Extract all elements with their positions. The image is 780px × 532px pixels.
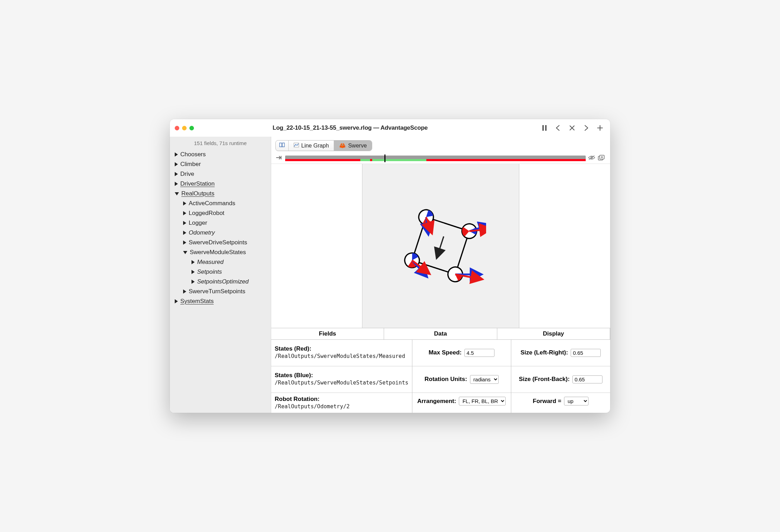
swerve-visualizer — [362, 164, 519, 328]
robot-rot-label: Robot Rotation: — [275, 396, 409, 403]
tree-item-loggedrobot[interactable]: LoggedRobot — [170, 208, 271, 218]
tree-item-activecommands[interactable]: ActiveCommands — [170, 199, 271, 208]
window-close-button[interactable] — [175, 126, 179, 130]
tree-item-logger[interactable]: Logger — [170, 218, 271, 228]
chevron-right-icon — [183, 231, 186, 235]
max-speed-input[interactable] — [464, 349, 494, 357]
chevron-right-icon — [175, 152, 178, 157]
tree-item-choosers[interactable]: Choosers — [170, 150, 271, 159]
back-icon[interactable] — [555, 125, 561, 131]
field-tree: ChoosersClimberDriveDriverStationRealOut… — [170, 150, 271, 306]
chevron-down-icon — [175, 192, 179, 195]
window-minimize-button[interactable] — [182, 126, 187, 130]
tree-item-label: ActiveCommands — [189, 200, 235, 207]
tree-item-label: SwerveModuleStates — [190, 249, 246, 256]
svg-line-9 — [437, 237, 444, 257]
tree-item-setpointsoptimized[interactable]: SetpointsOptimized — [170, 277, 271, 287]
close-tab-icon[interactable] — [569, 125, 575, 131]
window-title: Log_22-10-15_21-13-55_swerve.rlog — Adva… — [273, 124, 428, 131]
forward-select[interactable]: up — [564, 397, 588, 405]
states-blue-path: /RealOutputs/SwerveModuleStates/Setpoint… — [275, 380, 409, 386]
swerve-diagram — [395, 200, 486, 291]
timeline-row — [271, 153, 610, 164]
rotation-units-label: Rotation Units: — [425, 376, 467, 383]
chevron-right-icon — [192, 270, 195, 274]
size-lr-label: Size (Left-Right): — [520, 349, 568, 356]
config-col-fields: States (Red): /RealOutputs/SwerveModuleS… — [271, 340, 412, 413]
arrangement-label: Arrangement: — [417, 398, 456, 405]
tree-item-swervemodulestates[interactable]: SwerveModuleStates — [170, 247, 271, 257]
timeline-segment — [285, 159, 360, 161]
chevron-right-icon — [192, 260, 195, 264]
tree-item-drive[interactable]: Drive — [170, 169, 271, 179]
tree-item-driverstation[interactable]: DriverStation — [170, 179, 271, 189]
max-speed-label: Max Speed: — [428, 349, 461, 356]
timeline-segment — [426, 159, 586, 161]
tree-item-measured[interactable]: Measured — [170, 257, 271, 267]
main-panel: Line Graph 🦀 Swerve — [271, 137, 610, 413]
chevron-right-icon — [175, 162, 178, 166]
pause-icon[interactable] — [542, 125, 547, 131]
forward-label: Forward = — [533, 398, 562, 405]
display-size-lr: Size (Left-Right): — [511, 340, 610, 366]
window-maximize-button[interactable] — [189, 126, 194, 130]
data-max-speed: Max Speed: — [412, 340, 511, 366]
tree-item-label: SwerveTurnSetpoints — [189, 288, 245, 295]
chevron-right-icon — [192, 280, 195, 284]
tree-item-label: Climber — [180, 161, 201, 168]
chevron-right-icon — [183, 289, 186, 294]
config-col-data: Max Speed: Rotation Units: radians Arran… — [412, 340, 511, 413]
tree-item-label: LoggedRobot — [189, 210, 224, 217]
tree-item-systemstats[interactable]: SystemStats — [170, 296, 271, 306]
tree-item-label: Measured — [197, 259, 224, 266]
chevron-down-icon — [183, 251, 187, 254]
tree-item-realoutputs[interactable]: RealOutputs — [170, 189, 271, 199]
size-fb-label: Size (Front-Back): — [519, 376, 570, 383]
display-size-fb: Size (Front-Back): — [511, 366, 610, 393]
tab-home[interactable] — [276, 141, 289, 151]
book-icon — [279, 143, 285, 149]
config-header-fields: Fields — [271, 328, 384, 340]
arrangement-select[interactable]: FL, FR, BL, BR — [459, 397, 506, 405]
timeline-playhead[interactable] — [384, 154, 385, 162]
tree-item-climber[interactable]: Climber — [170, 159, 271, 169]
tab-linegraph[interactable]: Line Graph — [289, 141, 334, 151]
timeline-jump-icon[interactable] — [275, 155, 283, 162]
field-robot-rotation[interactable]: Robot Rotation: /RealOutputs/Odometry/2 — [271, 393, 412, 413]
app-window: Log_22-10-15_21-13-55_swerve.rlog — Adva… — [170, 119, 610, 413]
titlebar: Log_22-10-15_21-13-55_swerve.rlog — Adva… — [170, 119, 610, 137]
add-tab-icon[interactable] — [597, 125, 603, 131]
tree-item-label: Odometry — [189, 229, 215, 236]
config-header-display: Display — [497, 328, 610, 340]
tree-item-odometry[interactable]: Odometry — [170, 228, 271, 238]
forward-icon[interactable] — [583, 125, 589, 131]
sidebar-summary: 151 fields, 71s runtime — [170, 138, 271, 150]
tree-item-setpoints[interactable]: Setpoints — [170, 267, 271, 277]
timeline-segment — [372, 159, 426, 161]
add-overlay-icon[interactable] — [598, 155, 605, 162]
robot-rot-path: /RealOutputs/Odometry/2 — [275, 403, 409, 410]
tabbar: Line Graph 🦀 Swerve — [271, 137, 610, 153]
tree-item-swerveturnsetpoints[interactable]: SwerveTurnSetpoints — [170, 287, 271, 296]
visibility-icon[interactable] — [588, 155, 595, 162]
size-fb-input[interactable] — [572, 375, 602, 383]
field-states-red[interactable]: States (Red): /RealOutputs/SwerveModuleS… — [271, 340, 412, 366]
crab-icon: 🦀 — [339, 142, 346, 149]
size-lr-input[interactable] — [571, 349, 601, 357]
visualization-area — [271, 164, 610, 328]
tab-swerve[interactable]: 🦀 Swerve — [334, 141, 371, 151]
states-blue-label: States (Blue): — [275, 372, 409, 379]
tree-item-swervedrivesetpoints[interactable]: SwerveDriveSetpoints — [170, 238, 271, 247]
states-red-label: States (Red): — [275, 345, 409, 352]
chevron-right-icon — [183, 211, 186, 215]
config-header-data: Data — [384, 328, 497, 340]
tree-item-label: Setpoints — [197, 268, 222, 275]
timeline-segment — [360, 159, 370, 161]
field-states-blue[interactable]: States (Blue): /RealOutputs/SwerveModule… — [271, 366, 412, 393]
chevron-right-icon — [175, 172, 178, 176]
rotation-units-select[interactable]: radians — [470, 375, 499, 384]
tree-item-label: Drive — [180, 171, 194, 178]
display-forward: Forward = up — [511, 393, 610, 410]
tab-group: Line Graph 🦀 Swerve — [275, 140, 372, 151]
timeline-scrubber[interactable] — [285, 156, 586, 161]
